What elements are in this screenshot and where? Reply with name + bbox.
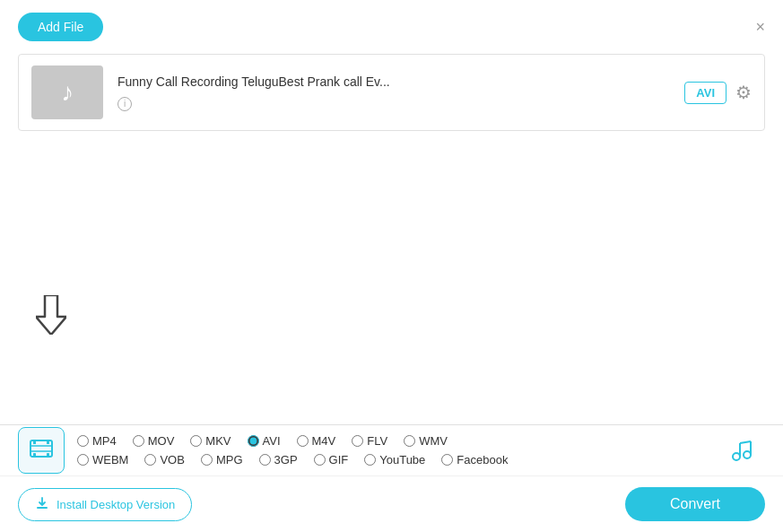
svg-rect-2: [33, 440, 36, 444]
add-file-button[interactable]: Add File: [18, 13, 103, 41]
footer-bar: Install Desktop Version Convert: [0, 475, 783, 532]
file-list: ♪ Funny Call Recording TeluguBest Prank …: [0, 54, 783, 131]
svg-line-11: [740, 441, 751, 443]
file-actions: AVI ⚙: [684, 82, 752, 104]
music-note-icon: ♪: [61, 78, 74, 107]
install-desktop-button[interactable]: Install Desktop Version: [18, 488, 192, 521]
format-options: MP4 MOV MKV AVI: [77, 425, 706, 475]
radio-m4v[interactable]: [297, 435, 309, 447]
format-row-1: MP4 MOV MKV AVI: [77, 434, 706, 448]
format-option-facebook[interactable]: Facebook: [441, 453, 508, 467]
format-option-mpg[interactable]: MPG: [201, 453, 243, 467]
settings-button[interactable]: ⚙: [735, 82, 752, 103]
format-option-webm[interactable]: WEBM: [77, 453, 128, 467]
down-arrow-icon: [36, 295, 66, 335]
radio-gif[interactable]: [314, 454, 326, 466]
radio-youtube[interactable]: [364, 454, 376, 466]
radio-avi[interactable]: [248, 435, 259, 447]
file-info: Funny Call Recording TeluguBest Prank ca…: [117, 74, 684, 111]
format-option-m4v[interactable]: M4V: [297, 434, 336, 448]
radio-mov[interactable]: [133, 435, 144, 447]
audio-format-icon-box[interactable]: [718, 427, 765, 474]
radio-flv[interactable]: [352, 435, 363, 447]
format-option-mkv[interactable]: MKV: [190, 434, 231, 448]
convert-button[interactable]: Convert: [625, 487, 765, 521]
arrow-area: [0, 277, 66, 335]
format-option-youtube[interactable]: YouTube: [364, 453, 425, 467]
radio-vob[interactable]: [144, 454, 156, 466]
format-row-2: WEBM VOB MPG 3GP: [77, 453, 706, 467]
format-option-gif[interactable]: GIF: [314, 453, 349, 467]
file-thumbnail: ♪: [31, 65, 103, 119]
app-container: Add File × ♪ Funny Call Recording Telugu…: [0, 0, 783, 532]
format-badge-button[interactable]: AVI: [684, 82, 726, 104]
svg-point-9: [744, 451, 751, 458]
top-bar: Add File ×: [0, 0, 783, 54]
format-option-mp4[interactable]: MP4: [77, 434, 117, 448]
svg-marker-0: [36, 295, 66, 335]
radio-mpg[interactable]: [201, 454, 213, 466]
radio-wmv[interactable]: [404, 435, 415, 447]
svg-rect-4: [33, 453, 36, 457]
format-option-mov[interactable]: MOV: [133, 434, 175, 448]
file-name: Funny Call Recording TeluguBest Prank ca…: [117, 74, 684, 89]
format-option-avi[interactable]: AVI: [248, 434, 281, 448]
close-button[interactable]: ×: [755, 19, 765, 35]
info-icon[interactable]: i: [117, 97, 132, 111]
svg-point-8: [733, 453, 740, 460]
radio-facebook[interactable]: [441, 454, 453, 466]
video-format-icon-box[interactable]: [18, 427, 65, 474]
radio-mp4[interactable]: [77, 435, 89, 447]
radio-mkv[interactable]: [190, 435, 202, 447]
file-item: ♪ Funny Call Recording TeluguBest Prank …: [18, 54, 765, 131]
format-option-3gp[interactable]: 3GP: [259, 453, 298, 467]
radio-webm[interactable]: [77, 454, 89, 466]
svg-rect-13: [37, 507, 48, 509]
radio-3gp[interactable]: [259, 454, 271, 466]
download-icon: [35, 496, 49, 513]
format-option-flv[interactable]: FLV: [352, 434, 387, 448]
bottom-section: MP4 MOV MKV AVI: [0, 424, 783, 532]
svg-rect-5: [47, 453, 49, 457]
svg-rect-3: [47, 440, 49, 444]
format-option-wmv[interactable]: WMV: [404, 434, 448, 448]
film-icon: [29, 436, 54, 465]
format-selector: MP4 MOV MKV AVI: [0, 424, 783, 475]
install-label: Install Desktop Version: [57, 498, 175, 511]
format-option-vob[interactable]: VOB: [144, 453, 184, 467]
audio-note-icon: [729, 438, 754, 463]
